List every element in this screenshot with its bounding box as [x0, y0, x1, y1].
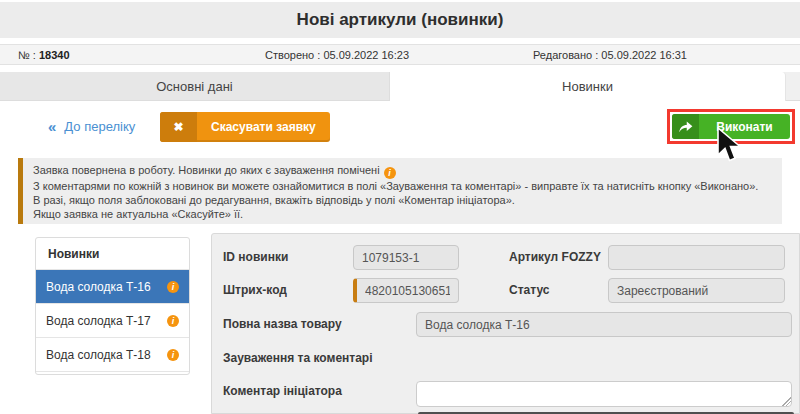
back-to-list-label: До переліку: [64, 119, 135, 134]
tab-main-data[interactable]: Основні дані: [0, 72, 390, 100]
sidebar-title: Новинки: [36, 238, 189, 270]
execute-arrow-icon: [672, 114, 699, 139]
tab-bar: Основні дані Новинки: [0, 72, 800, 101]
sidebar-item-t18[interactable]: Вода солодка Т-18 i: [36, 338, 189, 372]
tab-novelties-label: Новинки: [562, 79, 613, 94]
created-timestamp: Створено : 05.09.2022 16:23: [265, 49, 409, 61]
barcode-label: Штрих-код: [223, 278, 287, 303]
cancel-request-button[interactable]: ✖ Скасувати заявку: [160, 112, 330, 142]
notice-line-4: Якщо заявка не актуальна «Скасуйте» її.: [33, 207, 772, 221]
request-number: № : 18340: [18, 49, 70, 61]
novelty-form-panel: ID новинки Артикул FOZZY Штрих-код Стату…: [211, 233, 800, 414]
page-title: Нові артикули (новинки): [297, 10, 504, 30]
resize-handle-icon[interactable]: [782, 397, 791, 406]
status-label: Статус: [509, 278, 549, 303]
initiator-comment-label: Коментар ініціатора: [223, 379, 342, 404]
page-header: Нові артикули (новинки): [0, 2, 800, 38]
back-to-list-link[interactable]: « До переліку: [48, 118, 135, 135]
notice-line-3: В разі, якщо поля заблоковані до редагув…: [33, 193, 772, 207]
id-input[interactable]: [353, 245, 459, 270]
mouse-cursor-icon: [716, 127, 742, 165]
meta-row: № : 18340 Створено : 05.09.2022 16:23 Ре…: [0, 44, 800, 65]
tab-novelties[interactable]: Новинки: [390, 72, 786, 101]
info-icon: i: [167, 349, 179, 361]
request-number-label: № :: [18, 49, 36, 61]
full-name-label: Повна назва товару: [223, 312, 342, 337]
sidebar-item-t17-label: Вода солодка Т-17: [46, 314, 151, 328]
novelties-sidebar: Новинки Вода солодка Т-16 i Вода солодка…: [35, 237, 190, 375]
execute-label: Виконати: [699, 114, 790, 139]
notice-line-2: З коментарями по кожній з новинок ви мож…: [33, 179, 772, 193]
info-icon: i: [167, 281, 179, 293]
info-icon: i: [384, 167, 396, 179]
initiator-comment-input[interactable]: [416, 381, 792, 407]
artikul-fozzy-label: Артикул FOZZY: [509, 245, 601, 270]
sidebar-item-t16-label: Вода солодка Т-16: [46, 280, 151, 294]
notice-line-1: Заявка повернена в роботу. Новинки до як…: [33, 163, 772, 179]
full-name-input[interactable]: [416, 312, 792, 337]
tab-main-data-label: Основні дані: [156, 79, 233, 94]
comments-label: Зауваження та коментарі: [223, 346, 373, 371]
cancel-request-label: Скасувати заявку: [197, 112, 330, 142]
chevron-left-icon: «: [48, 118, 56, 135]
request-number-value: 18340: [39, 49, 70, 61]
sidebar-item-t18-label: Вода солодка Т-18: [46, 348, 151, 362]
artikul-fozzy-input[interactable]: [608, 245, 785, 270]
edited-timestamp: Редаговано : 05.09.2022 16:31: [533, 49, 687, 61]
info-icon: i: [167, 315, 179, 327]
sidebar-item-t17[interactable]: Вода солодка Т-17 i: [36, 304, 189, 338]
id-label: ID новинки: [223, 245, 288, 270]
sidebar-item-t16[interactable]: Вода солодка Т-16 i: [36, 270, 189, 304]
barcode-input[interactable]: [353, 278, 459, 303]
status-input[interactable]: [608, 278, 785, 303]
warning-notice: Заявка повернена в роботу. Новинки до як…: [18, 158, 782, 224]
cancel-x-icon: ✖: [160, 112, 197, 142]
notice-line-1-text: Заявка повернена в роботу. Новинки до як…: [33, 164, 380, 176]
